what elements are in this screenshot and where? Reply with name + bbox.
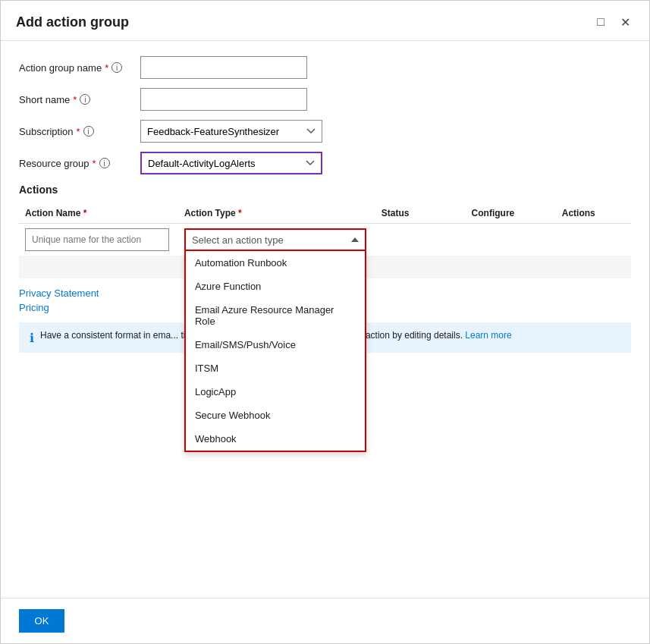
action-group-name-row: Action group name * i [19,56,631,79]
short-name-input[interactable] [140,88,307,111]
learn-more-link[interactable]: Learn more [465,330,511,341]
dropdown-item-azure-function[interactable]: Azure Function [186,275,365,298]
action-group-name-input[interactable] [140,56,307,79]
actions-cell [556,224,631,256]
actions-table: Action Name * Action Type * Status Confi… [19,203,631,278]
action-group-name-label: Action group name * i [19,62,140,74]
action-type-dropdown-button[interactable]: Select an action type [184,228,366,251]
action-type-dropdown-menu: Automation Runbook Azure Function Email … [184,251,366,452]
ok-button[interactable]: OK [19,609,64,633]
dialog-controls: □ ✕ [592,13,634,31]
subscription-row: Subscription * i Feedback-FeatureSynthes… [19,120,631,143]
configure-cell [466,224,556,256]
action-type-dropdown: Select an action type Automation Runbook… [184,228,366,251]
short-name-row: Short name * i [19,88,631,111]
subscription-label: Subscription * i [19,126,140,137]
col-header-action-type: Action Type * [178,203,375,224]
short-name-required: * [73,94,77,105]
action-name-cell [19,224,178,256]
col-header-status: Status [375,203,466,224]
table-row: Select an action type Automation Runbook… [19,224,631,256]
dropdown-item-webhook[interactable]: Webhook [186,427,365,451]
info-banner-icon: ℹ [30,331,34,345]
dialog-footer: OK [1,598,649,643]
add-action-group-dialog: Add action group □ ✕ Action group name *… [0,0,650,644]
col-header-configure: Configure [466,203,556,224]
resource-group-row: Resource group * i Default-ActivityLogAl… [19,152,631,174]
col-header-actions: Actions [556,203,631,224]
dialog-title: Add action group [16,14,129,30]
dropdown-item-logicapp[interactable]: LogicApp [186,380,365,404]
resource-group-info-icon[interactable]: i [99,158,110,168]
table-header-row: Action Name * Action Type * Status Confi… [19,203,631,224]
actions-table-container: Action Name * Action Type * Status Confi… [19,203,631,278]
dialog-body: Action group name * i Short name * i Sub… [1,41,649,598]
subscription-select[interactable]: Feedback-FeatureSynthesizer [140,120,322,143]
status-cell [375,224,466,256]
dropdown-item-email-arm-role[interactable]: Email Azure Resource Manager Role [186,298,365,333]
short-name-info-icon[interactable]: i [80,94,90,105]
chevron-up-icon [351,237,359,242]
dropdown-item-automation-runbook[interactable]: Automation Runbook [186,251,365,275]
resource-group-select[interactable]: Default-ActivityLogAlerts [140,152,322,174]
dialog-header: Add action group □ ✕ [1,1,649,41]
action-group-name-info-icon[interactable]: i [111,62,122,73]
dropdown-item-itsm[interactable]: ITSM [186,357,365,380]
resource-group-required: * [93,158,96,169]
dropdown-item-secure-webhook[interactable]: Secure Webhook [186,404,365,427]
minimize-button[interactable]: □ [592,13,610,31]
resource-group-label: Resource group * i [19,158,140,169]
col-header-action-name: Action Name * [19,203,178,224]
short-name-label: Short name * i [19,94,140,105]
subscription-info-icon[interactable]: i [83,126,94,137]
action-type-cell: Select an action type Automation Runbook… [178,224,375,256]
actions-section-title: Actions [19,184,631,196]
dropdown-item-email-sms[interactable]: Email/SMS/Push/Voice [186,333,365,357]
dropdown-placeholder-text: Select an action type [192,234,284,246]
close-button[interactable]: ✕ [616,13,634,31]
action-name-input[interactable] [25,228,169,251]
subscription-required: * [77,126,80,137]
required-asterisk: * [105,62,108,74]
